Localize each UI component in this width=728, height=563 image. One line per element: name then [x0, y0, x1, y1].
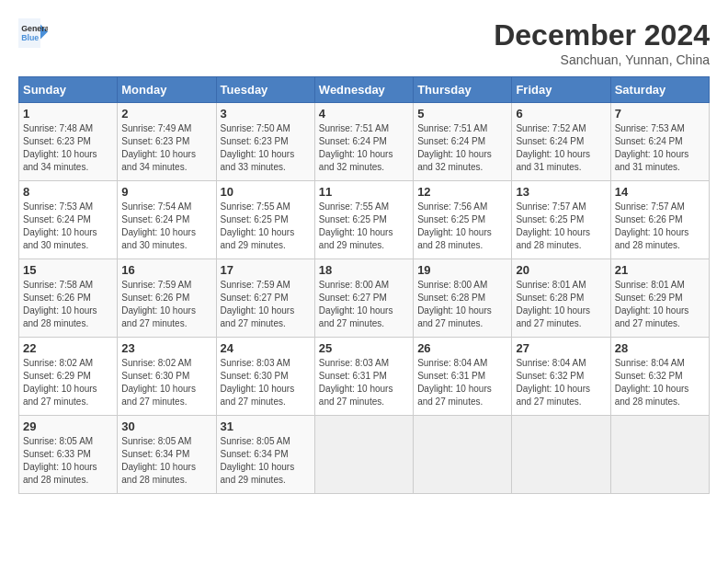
day-number: 24: [221, 341, 311, 355]
day-info: Sunrise: 8:02 AM Sunset: 6:30 PM Dayligh…: [121, 357, 211, 408]
day-info: Sunrise: 8:04 AM Sunset: 6:31 PM Dayligh…: [417, 357, 507, 408]
day-info: Sunrise: 8:04 AM Sunset: 6:32 PM Dayligh…: [615, 357, 705, 408]
logo-icon: General Blue: [18, 18, 48, 48]
day-header-wednesday: Wednesday: [314, 77, 413, 103]
day-info: Sunrise: 8:03 AM Sunset: 6:30 PM Dayligh…: [221, 357, 311, 408]
day-number: 15: [23, 263, 113, 277]
calendar-cell: [610, 416, 709, 494]
day-header-monday: Monday: [118, 77, 216, 103]
day-info: Sunrise: 8:05 AM Sunset: 6:33 PM Dayligh…: [23, 435, 113, 487]
calendar-cell: 3Sunrise: 7:50 AM Sunset: 6:23 PM Daylig…: [216, 103, 314, 181]
svg-text:Blue: Blue: [21, 33, 39, 42]
calendar-cell: 5Sunrise: 7:51 AM Sunset: 6:24 PM Daylig…: [414, 103, 512, 181]
day-number: 12: [417, 185, 507, 199]
calendar-cell: 7Sunrise: 7:53 AM Sunset: 6:24 PM Daylig…: [610, 103, 709, 181]
calendar-cell: 23Sunrise: 8:02 AM Sunset: 6:30 PM Dayli…: [118, 338, 216, 416]
day-number: 5: [417, 107, 507, 121]
calendar-cell: 18Sunrise: 8:00 AM Sunset: 6:27 PM Dayli…: [314, 259, 413, 338]
calendar-cell: 20Sunrise: 8:01 AM Sunset: 6:28 PM Dayli…: [512, 259, 610, 338]
calendar-cell: 28Sunrise: 8:04 AM Sunset: 6:32 PM Dayli…: [610, 338, 709, 416]
calendar-cell: 9Sunrise: 7:54 AM Sunset: 6:24 PM Daylig…: [118, 181, 216, 259]
day-number: 28: [615, 341, 705, 355]
calendar-cell: [512, 416, 610, 494]
day-info: Sunrise: 7:55 AM Sunset: 6:25 PM Dayligh…: [221, 201, 311, 252]
calendar-table: SundayMondayTuesdayWednesdayThursdayFrid…: [18, 76, 710, 494]
calendar-cell: 26Sunrise: 8:04 AM Sunset: 6:31 PM Dayli…: [414, 338, 512, 416]
day-number: 11: [319, 185, 409, 199]
day-number: 17: [221, 263, 311, 277]
day-info: Sunrise: 7:49 AM Sunset: 6:23 PM Dayligh…: [121, 122, 211, 174]
day-header-friday: Friday: [512, 77, 610, 103]
day-info: Sunrise: 7:59 AM Sunset: 6:26 PM Dayligh…: [121, 279, 211, 330]
day-info: Sunrise: 7:54 AM Sunset: 6:24 PM Dayligh…: [121, 201, 211, 252]
calendar-cell: 24Sunrise: 8:03 AM Sunset: 6:30 PM Dayli…: [216, 338, 314, 416]
day-info: Sunrise: 8:04 AM Sunset: 6:32 PM Dayligh…: [516, 357, 606, 408]
day-number: 25: [319, 341, 409, 355]
day-info: Sunrise: 7:53 AM Sunset: 6:24 PM Dayligh…: [23, 201, 113, 252]
title-block: December 2024 Sanchuan, Yunnan, China: [494, 18, 710, 67]
calendar-cell: 15Sunrise: 7:58 AM Sunset: 6:26 PM Dayli…: [19, 259, 118, 338]
day-info: Sunrise: 7:56 AM Sunset: 6:25 PM Dayligh…: [417, 201, 507, 252]
day-number: 14: [615, 185, 705, 199]
day-info: Sunrise: 8:03 AM Sunset: 6:31 PM Dayligh…: [319, 357, 409, 408]
day-info: Sunrise: 8:00 AM Sunset: 6:27 PM Dayligh…: [319, 279, 409, 330]
day-header-saturday: Saturday: [610, 77, 709, 103]
day-number: 29: [23, 419, 113, 433]
day-header-thursday: Thursday: [414, 77, 512, 103]
day-info: Sunrise: 7:51 AM Sunset: 6:24 PM Dayligh…: [319, 122, 409, 174]
day-info: Sunrise: 7:50 AM Sunset: 6:23 PM Dayligh…: [221, 122, 311, 174]
day-number: 10: [221, 185, 311, 199]
day-info: Sunrise: 7:58 AM Sunset: 6:26 PM Dayligh…: [23, 279, 113, 330]
calendar-cell: 14Sunrise: 7:57 AM Sunset: 6:26 PM Dayli…: [610, 181, 709, 259]
day-number: 13: [516, 185, 606, 199]
day-number: 30: [121, 419, 211, 433]
day-info: Sunrise: 7:57 AM Sunset: 6:26 PM Dayligh…: [615, 201, 705, 252]
location-subtitle: Sanchuan, Yunnan, China: [494, 52, 710, 67]
calendar-week-4: 22Sunrise: 8:02 AM Sunset: 6:29 PM Dayli…: [19, 338, 710, 416]
calendar-cell: 19Sunrise: 8:00 AM Sunset: 6:28 PM Dayli…: [414, 259, 512, 338]
calendar-cell: 2Sunrise: 7:49 AM Sunset: 6:23 PM Daylig…: [118, 103, 216, 181]
logo: General Blue: [18, 18, 48, 48]
day-info: Sunrise: 7:59 AM Sunset: 6:27 PM Dayligh…: [221, 279, 311, 330]
day-info: Sunrise: 7:52 AM Sunset: 6:24 PM Dayligh…: [516, 122, 606, 174]
day-info: Sunrise: 7:57 AM Sunset: 6:25 PM Dayligh…: [516, 201, 606, 252]
day-number: 20: [516, 263, 606, 277]
calendar-cell: 27Sunrise: 8:04 AM Sunset: 6:32 PM Dayli…: [512, 338, 610, 416]
day-number: 6: [516, 107, 606, 121]
calendar-cell: 13Sunrise: 7:57 AM Sunset: 6:25 PM Dayli…: [512, 181, 610, 259]
day-number: 8: [23, 185, 113, 199]
day-number: 26: [417, 341, 507, 355]
day-info: Sunrise: 7:55 AM Sunset: 6:25 PM Dayligh…: [319, 201, 409, 252]
day-info: Sunrise: 8:02 AM Sunset: 6:29 PM Dayligh…: [23, 357, 113, 408]
calendar-cell: 12Sunrise: 7:56 AM Sunset: 6:25 PM Dayli…: [414, 181, 512, 259]
calendar-cell: 4Sunrise: 7:51 AM Sunset: 6:24 PM Daylig…: [314, 103, 413, 181]
day-number: 18: [319, 263, 409, 277]
calendar-cell: [314, 416, 413, 494]
page-header: General Blue December 2024 Sanchuan, Yun…: [18, 18, 710, 67]
day-info: Sunrise: 7:48 AM Sunset: 6:23 PM Dayligh…: [23, 122, 113, 174]
calendar-cell: 29Sunrise: 8:05 AM Sunset: 6:33 PM Dayli…: [19, 416, 118, 494]
day-header-sunday: Sunday: [19, 77, 118, 103]
day-number: 7: [615, 107, 705, 121]
calendar-week-1: 1Sunrise: 7:48 AM Sunset: 6:23 PM Daylig…: [19, 103, 710, 181]
calendar-cell: 21Sunrise: 8:01 AM Sunset: 6:29 PM Dayli…: [610, 259, 709, 338]
day-number: 16: [121, 263, 211, 277]
day-info: Sunrise: 8:05 AM Sunset: 6:34 PM Dayligh…: [121, 435, 211, 487]
day-number: 9: [121, 185, 211, 199]
calendar-week-2: 8Sunrise: 7:53 AM Sunset: 6:24 PM Daylig…: [19, 181, 710, 259]
calendar-cell: 6Sunrise: 7:52 AM Sunset: 6:24 PM Daylig…: [512, 103, 610, 181]
calendar-cell: 8Sunrise: 7:53 AM Sunset: 6:24 PM Daylig…: [19, 181, 118, 259]
calendar-week-3: 15Sunrise: 7:58 AM Sunset: 6:26 PM Dayli…: [19, 259, 710, 338]
day-number: 2: [121, 107, 211, 121]
day-number: 27: [516, 341, 606, 355]
day-info: Sunrise: 7:51 AM Sunset: 6:24 PM Dayligh…: [417, 122, 507, 174]
day-number: 4: [319, 107, 409, 121]
day-number: 3: [221, 107, 311, 121]
calendar-cell: 31Sunrise: 8:05 AM Sunset: 6:34 PM Dayli…: [216, 416, 314, 494]
calendar-cell: 25Sunrise: 8:03 AM Sunset: 6:31 PM Dayli…: [314, 338, 413, 416]
day-info: Sunrise: 8:00 AM Sunset: 6:28 PM Dayligh…: [417, 279, 507, 330]
day-info: Sunrise: 8:01 AM Sunset: 6:28 PM Dayligh…: [516, 279, 606, 330]
day-number: 22: [23, 341, 113, 355]
calendar-cell: [414, 416, 512, 494]
svg-text:General: General: [21, 24, 48, 33]
